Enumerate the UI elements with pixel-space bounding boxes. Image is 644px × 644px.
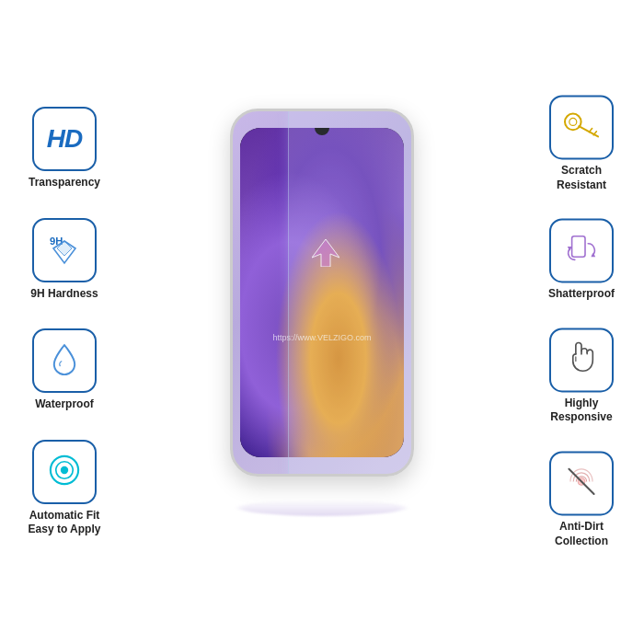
shatterproof-label: Shatterproof — [548, 288, 615, 303]
hd-icon: HD — [47, 124, 82, 154]
scratch-label: ScratchResistant — [557, 164, 606, 192]
circle-icon — [45, 451, 84, 493]
svg-point-8 — [569, 118, 577, 125]
feature-shatterproof: Shatterproof — [548, 219, 615, 303]
feature-scratch: ScratchResistant — [549, 95, 614, 192]
feature-autofit: Automatic FitEasy to Apply — [29, 440, 101, 537]
svg-point-5 — [61, 466, 68, 474]
touch-icon — [564, 339, 599, 380]
antidirt-label: Anti-DirtCollection — [555, 520, 608, 548]
feature-antidirt: Anti-DirtCollection — [549, 451, 614, 548]
touch-icon-box — [549, 328, 614, 392]
main-container: HD Transparency 9H 9H Hardness — [0, 0, 644, 644]
svg-point-7 — [565, 114, 581, 131]
phone-reflection — [239, 500, 405, 516]
phone-mockup: https://www.VELZIGO.com — [230, 109, 414, 477]
nodirt-icon-box — [549, 451, 614, 515]
rotate-icon-box — [549, 219, 614, 283]
water-icon-box — [32, 328, 97, 393]
feature-responsive: HighlyResponsive — [549, 328, 614, 425]
rotate-icon — [563, 231, 600, 271]
waterproof-label: Waterproof — [35, 397, 94, 412]
phone-area: https://www.VELZIGO.com — [230, 109, 414, 535]
circle-icon-box — [32, 440, 97, 504]
hd-icon-box: HD — [32, 107, 97, 171]
hd-label: Transparency — [29, 176, 100, 190]
diamond-icon-box: 9H — [32, 218, 97, 282]
key-icon — [561, 109, 602, 145]
features-left: HD Transparency 9H 9H Hardness — [9, 107, 120, 537]
svg-line-9 — [579, 126, 598, 136]
feature-9h-hardness: 9H 9H Hardness — [30, 218, 98, 302]
screen-protector — [288, 109, 414, 477]
hardness-label: 9H Hardness — [30, 287, 98, 302]
responsive-label: HighlyResponsive — [550, 397, 612, 425]
water-icon — [50, 342, 79, 379]
svg-rect-12 — [572, 236, 585, 257]
phone-wrapper: https://www.VELZIGO.com — [230, 109, 414, 535]
features-right: ScratchResistant Shatterproof — [526, 95, 637, 548]
feature-hd-transparency: HD Transparency — [29, 107, 100, 190]
key-icon-box — [549, 95, 614, 159]
diamond-icon: 9H — [46, 230, 83, 270]
autofit-label: Automatic FitEasy to Apply — [29, 509, 101, 537]
feature-waterproof: Waterproof — [32, 328, 97, 412]
nodirt-icon — [563, 463, 600, 503]
